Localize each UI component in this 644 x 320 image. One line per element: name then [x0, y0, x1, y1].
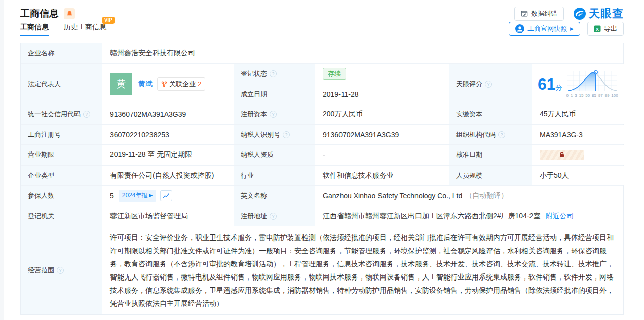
table-row: 法定代表人 黄 黄斌 关联企业 2 登记状态	[21, 63, 623, 104]
score-value: 61分	[532, 64, 624, 104]
score-axis: 0 1 3 15 50 85 97 99 100	[566, 94, 618, 98]
field-label: 经营范围 ?	[21, 226, 102, 314]
score-big-number: 61	[538, 75, 556, 93]
approval-date-label: 核准日期	[456, 150, 482, 159]
company-type-text: 有限责任公司(自然人投资或控股)	[110, 171, 214, 180]
reg-number-text: 360702210238253	[110, 131, 169, 139]
help-icon[interactable]: ?	[270, 111, 277, 118]
org-code-text: MA391A3G-3	[540, 131, 583, 139]
table-row: 统一社会信用代码 ? 91360702MA391A3G39 注册资本 ? 200…	[21, 104, 623, 124]
reg-address-text: 江西省赣州市赣州蓉江新区出口加工区潭东六路西北侧2#厂房104-2室	[323, 212, 540, 221]
official-snapshot-button[interactable]: 工商官网快照 ▶	[509, 22, 580, 36]
avatar-text: 黄	[117, 77, 126, 91]
help-icon[interactable]: ?	[485, 81, 492, 88]
table-row: 登记机关 蓉江新区市场监督管理局 注册地址 ? 江西省赣州市赣州蓉江新区出口加工…	[21, 206, 623, 226]
nearby-companies-link[interactable]: 附近公司	[545, 212, 574, 221]
trend-chart-icon	[163, 193, 170, 199]
table-row: 营业期限 2019-11-28 至 无固定期限 纳税人资质 - 核准日期	[21, 144, 623, 165]
credit-code-label: 统一社会信用代码	[28, 110, 81, 119]
help-icon[interactable]: ?	[270, 213, 277, 220]
tianyancha-logo-text: 天眼查	[589, 6, 624, 21]
auto-translate-note: （自动翻译）	[465, 191, 508, 201]
taxpayer-quality-text: -	[323, 151, 325, 159]
reg-authority-label: 登记机关	[28, 212, 54, 221]
mid-subtable: 登记状态 ? 存续 成立日期 2019-11-28	[234, 64, 449, 104]
axis-tick: 50	[585, 94, 590, 98]
title-wrap: 工商信息	[20, 7, 75, 20]
table-row: 经营范围 ? 许可项目：安全评价业务，职业卫生技术服务，雷电防护装置检测（依法须…	[21, 226, 623, 314]
help-icon[interactable]: ?	[57, 267, 64, 274]
score-number: 61分	[538, 76, 562, 92]
status-badge: 存续	[323, 68, 346, 80]
industry-value: 软件和信息技术服务业	[315, 166, 449, 185]
field-label: 企业类型	[21, 166, 102, 185]
tab-business-info[interactable]: 工商信息	[20, 23, 49, 36]
tianyancha-logo-icon	[573, 7, 586, 20]
help-icon[interactable]: ?	[83, 111, 90, 118]
staff-size-value: 小于50人	[532, 166, 624, 185]
establish-date-text: 2019-11-28	[323, 90, 359, 98]
table-row: 企业类型 有限责任公司(自然人投资或控股) 行业 软件和信息技术服务业 人员规模…	[21, 165, 623, 185]
field-label: 组织机构代码 ?	[449, 125, 532, 144]
locked-value[interactable]	[540, 150, 584, 160]
related-companies-count: 2	[198, 80, 201, 88]
table-row: 企业名称 赣州鑫浩安全科技有限公司	[21, 43, 623, 63]
help-icon[interactable]: ?	[270, 70, 277, 77]
field-label: 成立日期	[234, 84, 315, 104]
reg-authority-value: 蓉江新区市场监督管理局	[102, 206, 234, 226]
field-label: 法定代表人	[21, 64, 102, 104]
legal-rep-name-link[interactable]: 黄斌	[138, 79, 153, 89]
tab-history-business-info[interactable]: VIP 历史工商信息	[64, 23, 106, 36]
reg-authority-text: 蓉江新区市场监督管理局	[110, 212, 188, 221]
help-icon[interactable]: ?	[283, 131, 290, 138]
industry-label: 行业	[241, 171, 254, 180]
avatar[interactable]: 黄	[110, 73, 132, 95]
staff-size-text: 小于50人	[540, 171, 569, 180]
svg-text:X: X	[596, 27, 599, 32]
insured-label: 参保人数	[28, 191, 54, 201]
org-code-label: 组织机构代码	[456, 130, 496, 139]
company-name-value: 赣州鑫浩安全科技有限公司	[102, 43, 623, 63]
field-label: 天眼评分 ?	[449, 64, 532, 104]
data-correction-button[interactable]: 数据纠错	[514, 7, 564, 21]
field-label: 英文名称	[234, 186, 315, 206]
table-row: 参保人数 5 2024年报 ▶ 英文名称 Ganzhou Xinhao Safe…	[21, 185, 623, 206]
field-label: 参保人数	[21, 186, 102, 206]
field-label: 核准日期	[449, 145, 532, 165]
table-row: 工商注册号 360702210238253 纳税人识别号 ? 91360702M…	[21, 124, 623, 144]
reg-number-value: 360702210238253	[102, 125, 234, 144]
field-label: 统一社会信用代码 ?	[21, 104, 102, 124]
paid-capital-label: 实缴资本	[456, 110, 482, 119]
help-icon[interactable]: ?	[498, 131, 505, 138]
lock-icon	[559, 152, 565, 158]
taxpayer-id-value: 91360702MA391A3G39	[315, 125, 449, 144]
insured-value: 5 2024年报 ▶	[102, 186, 234, 206]
business-info-page: 工商信息 数据纠错 天眼查	[0, 0, 644, 320]
staff-size-label: 人员规模	[456, 171, 482, 180]
score-distribution-chart: 0 1 3 15 50 85 97 99 100	[566, 70, 618, 98]
axis-tick: 97	[598, 94, 603, 98]
bell-icon[interactable]	[64, 8, 75, 19]
annual-report-badge[interactable]: 2024年报 ▶	[119, 190, 157, 202]
network-icon	[161, 81, 167, 87]
business-info-card: 工商信息 数据纠错 天眼查	[4, 0, 644, 315]
excel-icon: X	[594, 25, 601, 32]
field-label: 登记状态 ?	[234, 64, 315, 84]
person-icon	[515, 24, 524, 33]
field-label: 实缴资本	[449, 104, 532, 124]
company-name-text: 赣州鑫浩安全科技有限公司	[110, 49, 195, 58]
taxpayer-quality-label: 纳税人资质	[241, 150, 274, 159]
establish-date-label: 成立日期	[241, 90, 267, 99]
tabs-row: 工商信息 VIP 历史工商信息 工商官网快照 ▶ X	[20, 21, 624, 36]
export-button[interactable]: X 导出	[587, 22, 624, 36]
trend-chart-button[interactable]	[160, 190, 172, 201]
paid-capital-text: 45万人民币	[540, 110, 576, 119]
establish-date-value: 2019-11-28	[315, 84, 449, 104]
arrow-right-icon: ▶	[570, 27, 574, 31]
credit-code-text: 91360702MA391A3G39	[110, 110, 186, 118]
business-scope-value: 许可项目：安全评价业务，职业卫生技术服务，雷电防护装置检测（依法须经批准的项目，…	[102, 226, 623, 314]
related-companies-badge[interactable]: 关联企业 2	[157, 77, 205, 91]
tab-history-label: 历史工商信息	[64, 23, 106, 31]
org-code-value: MA391A3G-3	[532, 125, 624, 144]
english-name-label: 英文名称	[241, 191, 267, 201]
